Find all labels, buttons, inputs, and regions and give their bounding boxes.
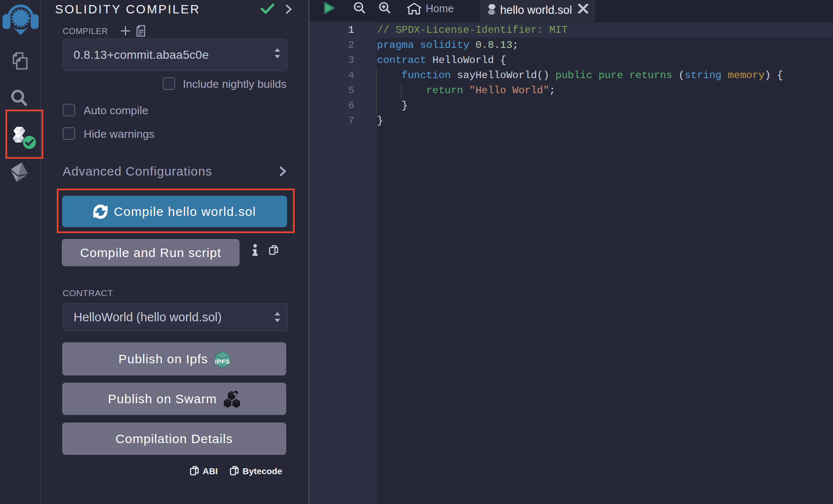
svg-text:IPFS: IPFS xyxy=(215,358,230,365)
